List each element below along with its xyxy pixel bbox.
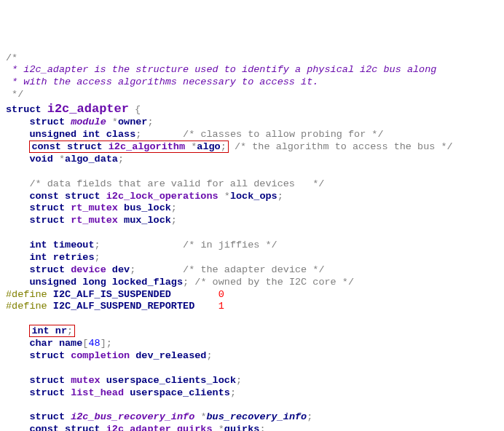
type-device: device <box>71 264 106 275</box>
type-completion: completion <box>71 350 130 361</box>
field-owner: owner <box>118 116 148 127</box>
comment-line: * with the access algorithms necessary t… <box>6 76 318 87</box>
macro-val-1: 1 <box>218 301 224 312</box>
field-class: class <box>106 129 136 140</box>
array-size: 48 <box>88 338 100 349</box>
type-mutex: mutex <box>71 375 101 386</box>
comment-locked: /* owned by the I2C core */ <box>194 277 354 288</box>
kw-unsigned: unsigned <box>29 129 76 140</box>
field-quirks: quirks <box>224 424 260 431</box>
type-module: module <box>71 116 106 127</box>
comment-class: /* classes to allow probing for */ <box>183 129 383 140</box>
field-dev-released: dev_released <box>135 350 206 361</box>
field-dev: dev <box>112 264 130 275</box>
struct-name: i2c_adapter <box>47 102 129 116</box>
comment-data-fields: /* data fields that are valid for all de… <box>29 178 324 189</box>
type-quirks: i2c_adapter_quirks <box>106 424 213 431</box>
comment-timeout: /* in jiffies */ <box>183 240 277 250</box>
macro-suspend-reported: I2C_ALF_SUSPEND_REPORTED <box>53 301 194 312</box>
field-retries: retries <box>53 252 95 263</box>
kw-void: void <box>29 154 52 165</box>
field-timeout: timeout <box>53 240 95 250</box>
highlighted-algo-line: const struct i2c_algorithm *algo; <box>29 141 228 153</box>
kw-struct: struct <box>29 116 65 127</box>
field-algo-data: algo_data <box>65 154 118 165</box>
comment-line: * i2c_adapter is the structure used to i… <box>6 64 436 75</box>
highlighted-nr-line: int nr; <box>29 325 75 337</box>
macro-suspended: I2C_ALF_IS_SUSPENDED <box>53 289 171 300</box>
field-name: name <box>59 338 82 349</box>
field-bus-lock: bus_lock <box>124 202 171 213</box>
comment-open: /* <box>6 52 17 63</box>
field-usc: userspace_clients <box>130 387 230 398</box>
field-lock-ops: lock_ops <box>230 191 277 202</box>
kw-struct: struct <box>6 104 42 115</box>
pp-define: #define <box>6 289 47 300</box>
code-block: /* * i2c_adapter is the structure used t… <box>6 52 498 432</box>
type-list-head: list_head <box>71 387 124 398</box>
field-bus-recovery: bus_recovery_info <box>206 411 307 422</box>
type-lock-ops: i2c_lock_operations <box>106 191 218 202</box>
macro-val-0: 0 <box>218 289 224 300</box>
kw-int: int <box>82 129 100 140</box>
field-locked-flags: locked_flags <box>112 277 183 288</box>
comment-dev: /* the adapter device */ <box>183 264 324 275</box>
comment-algo: /* the algorithm to access the bus */ <box>235 141 453 152</box>
type-rt-mutex: rt_mutex <box>71 202 118 213</box>
type-bus-recovery: i2c_bus_recovery_info <box>71 411 194 422</box>
field-mux-lock: mux_lock <box>124 215 171 226</box>
field-usc-lock: userspace_clients_lock <box>106 375 236 386</box>
comment-close: */ <box>6 89 23 100</box>
